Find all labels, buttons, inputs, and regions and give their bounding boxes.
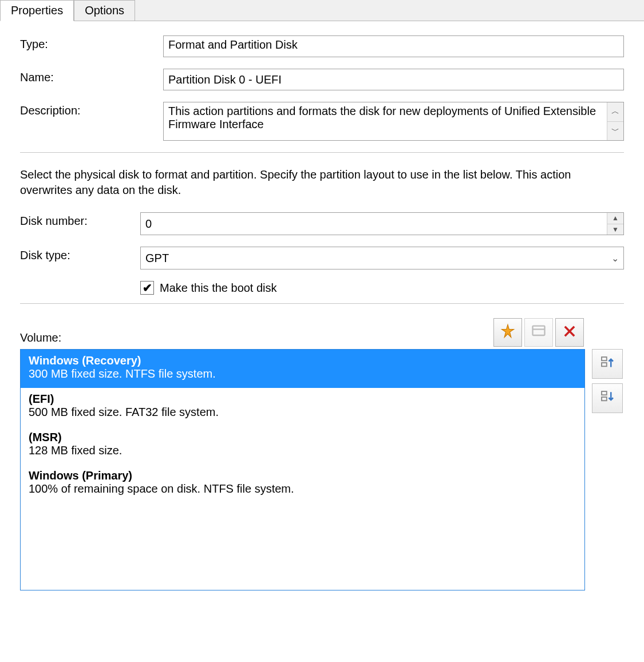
disk-number-label: Disk number:: [20, 212, 140, 228]
name-input[interactable]: [163, 69, 624, 90]
divider-1: [20, 152, 624, 153]
description-label: Description:: [20, 102, 163, 117]
name-label: Name:: [20, 69, 163, 84]
boot-disk-checkbox[interactable]: ✔: [140, 281, 154, 295]
volume-item[interactable]: Windows (Primary) 100% of remaining spac…: [21, 465, 584, 503]
delete-icon: [562, 323, 578, 342]
delete-volume-button[interactable]: [555, 318, 584, 347]
volume-label: Volume:: [20, 331, 493, 349]
scroll-up-icon[interactable]: ︿: [607, 102, 623, 122]
instruction-text: Select the physical disk to format and p…: [20, 167, 624, 198]
move-down-button[interactable]: [592, 383, 623, 413]
scroll-down-icon[interactable]: ﹀: [607, 122, 623, 141]
spinner-down-icon[interactable]: ▼: [607, 224, 623, 235]
volume-item-title: (EFI): [29, 393, 576, 406]
volume-item[interactable]: (EFI) 500 MB fixed size. FAT32 file syst…: [21, 388, 584, 426]
divider-2: [20, 303, 624, 304]
type-label: Type:: [20, 35, 163, 51]
volume-item[interactable]: Windows (Recovery) 300 MB fixed size. NT…: [21, 350, 584, 388]
volume-item-detail: 100% of remaining space on disk. NTFS fi…: [29, 482, 576, 495]
properties-icon: [531, 323, 547, 342]
type-value: Format and Partition Disk: [163, 35, 624, 57]
volume-item-detail: 500 MB fixed size. FAT32 file system.: [29, 406, 576, 419]
disk-type-select[interactable]: GPT ⌄: [140, 247, 624, 269]
disk-number-input[interactable]: ▲ ▼: [140, 212, 624, 235]
chevron-down-icon[interactable]: ⌄: [606, 253, 623, 264]
description-text[interactable]: This action partitions and formats the d…: [164, 102, 607, 140]
move-up-icon: [599, 354, 616, 374]
svg-rect-1: [533, 326, 545, 335]
volume-item-title: (MSR): [29, 431, 576, 444]
disk-type-value: GPT: [141, 249, 606, 267]
volume-list[interactable]: Windows (Recovery) 300 MB fixed size. NT…: [20, 349, 585, 590]
svg-rect-5: [602, 357, 607, 360]
volume-item-title: Windows (Primary): [29, 469, 576, 482]
spinner-up-icon[interactable]: ▲: [607, 213, 623, 224]
description-field[interactable]: This action partitions and formats the d…: [163, 102, 624, 141]
move-up-button[interactable]: [592, 349, 623, 379]
properties-panel: Type: Format and Partition Disk Name: De…: [0, 21, 644, 602]
svg-rect-8: [602, 397, 607, 401]
tab-bar: Properties Options: [0, 0, 644, 21]
volume-toolbar: [493, 318, 584, 349]
star-icon: [500, 323, 516, 342]
volume-item-detail: 300 MB fixed size. NTFS file system.: [29, 367, 576, 380]
move-down-icon: [599, 389, 616, 409]
volume-item-detail: 128 MB fixed size.: [29, 444, 576, 457]
boot-disk-label: Make this the boot disk: [160, 282, 277, 295]
tab-properties[interactable]: Properties: [0, 0, 74, 21]
properties-volume-button[interactable]: [524, 318, 553, 347]
disk-number-value[interactable]: [141, 213, 607, 235]
disk-type-label: Disk type:: [20, 247, 140, 262]
description-scrollbar[interactable]: ︿ ﹀: [607, 102, 623, 140]
new-volume-button[interactable]: [493, 318, 522, 347]
svg-rect-6: [602, 363, 607, 366]
volume-item[interactable]: (MSR) 128 MB fixed size.: [21, 426, 584, 465]
tab-options[interactable]: Options: [74, 0, 135, 21]
svg-marker-0: [502, 324, 514, 337]
svg-rect-7: [602, 391, 607, 395]
volume-item-title: Windows (Recovery): [29, 354, 576, 367]
